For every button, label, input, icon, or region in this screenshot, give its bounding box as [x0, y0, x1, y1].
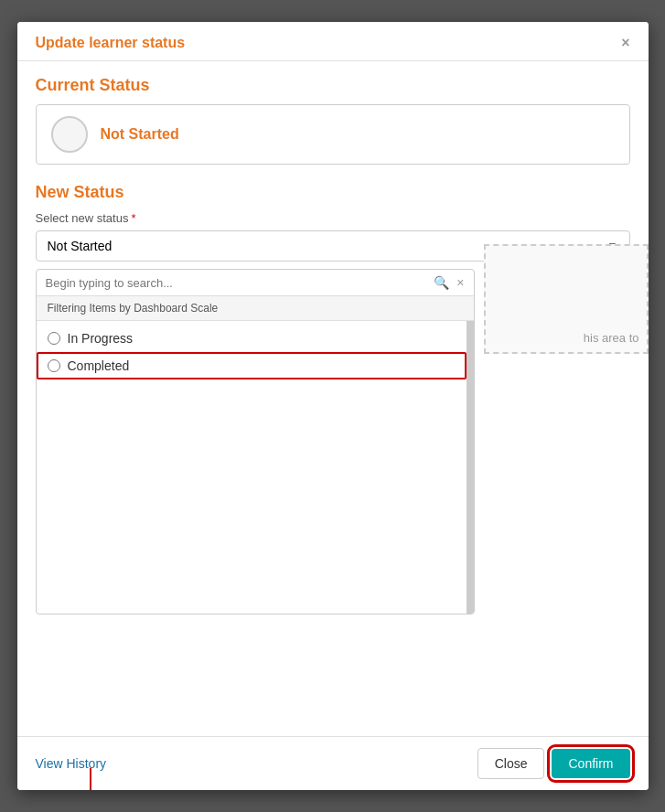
- modal-body: Current Status Not Started New Status Se…: [17, 61, 649, 736]
- footer-buttons: Close Confirm: [477, 748, 630, 779]
- dropdown-selected-value: Not Started: [48, 239, 113, 253]
- red-arrow-annotation: [81, 764, 136, 790]
- radio-completed[interactable]: [48, 359, 60, 372]
- option-completed[interactable]: Completed: [37, 352, 467, 379]
- modal-title: Update learner status: [36, 35, 186, 51]
- dropdown-panel: 🔍 × Filtering Items by Dashboard Scale I…: [36, 269, 475, 614]
- select-status-label: Select new status*: [36, 211, 630, 225]
- radio-in-progress[interactable]: [48, 332, 60, 345]
- filter-label: Filtering Items by Dashboard Scale: [37, 296, 474, 321]
- background-hint: his area to: [484, 244, 649, 354]
- option-completed-label: Completed: [68, 358, 130, 373]
- modal-backdrop: Update learner status × Current Status N…: [17, 22, 649, 790]
- current-status-box: Not Started: [36, 104, 630, 165]
- radio-list: In Progress Completed: [37, 321, 467, 383]
- dropdown-scroll-area[interactable]: In Progress Completed: [37, 321, 474, 614]
- modal-header: Update learner status ×: [17, 22, 649, 61]
- modal-footer: View History Close Confirm: [17, 736, 649, 790]
- modal-dialog: Update learner status × Current Status N…: [17, 22, 649, 790]
- option-in-progress-label: In Progress: [68, 331, 134, 346]
- current-status-value: Not Started: [101, 126, 179, 143]
- new-status-title: New Status: [36, 183, 630, 202]
- confirm-button[interactable]: Confirm: [552, 749, 629, 778]
- search-input[interactable]: [46, 276, 427, 290]
- current-status-title: Current Status: [36, 76, 630, 95]
- close-button[interactable]: Close: [477, 748, 545, 779]
- close-modal-icon[interactable]: ×: [621, 35, 629, 51]
- status-circle-icon: [51, 116, 88, 153]
- clear-search-icon[interactable]: ×: [456, 275, 464, 290]
- option-in-progress[interactable]: In Progress: [37, 325, 467, 352]
- search-row: 🔍 ×: [37, 270, 474, 296]
- search-icon: 🔍: [434, 275, 449, 290]
